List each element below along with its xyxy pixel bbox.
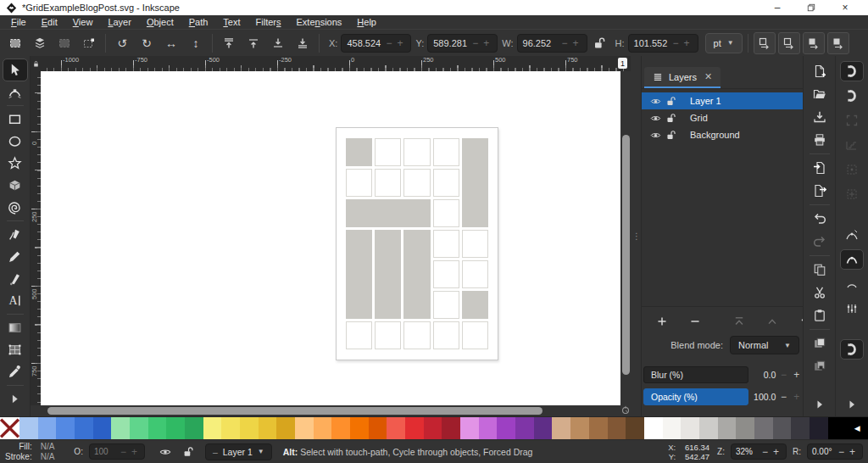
palette-swatch[interactable] xyxy=(259,417,277,439)
x-field[interactable]: 458.524−+ xyxy=(341,34,411,53)
document-new[interactable] xyxy=(809,62,831,81)
redo[interactable] xyxy=(809,232,831,251)
h-field[interactable]: 101.552−+ xyxy=(628,34,698,53)
grid-cell-filled[interactable] xyxy=(375,230,401,319)
palette-swatch[interactable] xyxy=(810,417,828,439)
page[interactable] xyxy=(336,127,498,360)
snap-bounding-box[interactable] xyxy=(841,86,863,105)
palette-swatch[interactable] xyxy=(331,417,350,439)
snap-bbox-corners[interactable] xyxy=(841,111,863,130)
menu-view[interactable]: View xyxy=(65,15,101,29)
palette-swatch[interactable] xyxy=(185,417,203,439)
palette-swatch[interactable] xyxy=(663,417,682,439)
palette-swatch[interactable] xyxy=(75,417,93,439)
y-decrement[interactable]: − xyxy=(470,37,481,49)
select-all-layers[interactable] xyxy=(29,32,51,54)
w-decrement[interactable]: − xyxy=(559,37,570,49)
grid-cell[interactable] xyxy=(462,230,488,258)
rotate-cw-button[interactable]: + xyxy=(847,446,858,458)
snap-bbox-centers[interactable] xyxy=(841,160,863,179)
tweak[interactable] xyxy=(3,224,27,245)
palette-swatch[interactable] xyxy=(369,417,387,439)
grid-cell[interactable] xyxy=(462,260,488,288)
paste[interactable] xyxy=(809,306,831,325)
palette-swatch[interactable] xyxy=(791,417,810,439)
w-increment[interactable]: + xyxy=(570,37,581,49)
zoom-out-button[interactable]: − xyxy=(760,446,771,458)
menu-help[interactable]: Help xyxy=(349,15,384,29)
object-opacity-field[interactable]: 100 − + xyxy=(89,443,145,460)
close-button[interactable]: × xyxy=(828,0,862,15)
palette-swatch[interactable] xyxy=(93,417,112,439)
x-increment[interactable]: + xyxy=(394,37,405,49)
grid-cell-filled[interactable] xyxy=(403,230,430,319)
grid-cell[interactable] xyxy=(346,321,372,349)
export[interactable] xyxy=(809,181,831,200)
document-print[interactable] xyxy=(809,131,831,149)
cut[interactable] xyxy=(809,283,831,302)
palette-swatch[interactable] xyxy=(515,417,534,439)
eye-icon[interactable] xyxy=(648,130,663,141)
palette-swatch[interactable] xyxy=(350,417,369,439)
move-gradients[interactable] xyxy=(754,32,776,54)
h-increment[interactable]: + xyxy=(682,37,693,49)
menu-object[interactable]: Object xyxy=(139,15,181,29)
lock-open-icon[interactable] xyxy=(663,96,678,107)
canvas[interactable] xyxy=(41,71,620,405)
menu-edit[interactable]: Edit xyxy=(34,15,65,29)
fill-stroke-indicator[interactable]: Fill: N/A Stroke: N/A xyxy=(5,442,54,462)
grid-cell-filled[interactable] xyxy=(462,291,488,319)
rotate-ccw[interactable]: ↺ xyxy=(111,32,133,54)
rotate-ccw-button[interactable]: − xyxy=(836,446,847,458)
flip-vertical[interactable]: ↕ xyxy=(185,32,207,54)
mesh-gradient[interactable] xyxy=(3,339,27,360)
palette-swatch[interactable] xyxy=(552,417,570,439)
palette-swatch[interactable] xyxy=(56,417,75,439)
unit-dropdown[interactable]: pt▼ xyxy=(705,33,743,53)
horizontal-scrollbar-thumb[interactable] xyxy=(47,407,542,415)
palette-swatch[interactable] xyxy=(424,417,442,439)
current-layer-dropdown[interactable]: – Layer 1 ▼ xyxy=(205,443,272,460)
more-snap-options[interactable] xyxy=(841,395,863,414)
palette-swatch[interactable] xyxy=(570,417,589,439)
close-tab-icon[interactable]: ✕ xyxy=(704,71,712,82)
select-all[interactable] xyxy=(4,32,26,54)
grid-cell[interactable] xyxy=(375,321,401,349)
raise-layer[interactable] xyxy=(761,312,783,331)
selection-box[interactable] xyxy=(78,32,100,54)
lock-ratio-icon[interactable] xyxy=(593,36,606,50)
palette-swatch[interactable] xyxy=(38,417,57,439)
grid-cell[interactable] xyxy=(346,169,372,197)
palette-swatch[interactable] xyxy=(295,417,314,439)
eye-icon[interactable] xyxy=(648,96,663,107)
eye-icon[interactable] xyxy=(648,113,663,124)
y-field[interactable]: 589.281−+ xyxy=(427,34,498,53)
grid-cell-filled[interactable] xyxy=(346,230,372,319)
palette-swatch[interactable] xyxy=(828,417,847,439)
snap-enabled[interactable] xyxy=(841,62,863,81)
grid-cell[interactable] xyxy=(433,291,459,319)
opacity-slider[interactable]: Opacity (%) xyxy=(643,388,748,405)
node-editor[interactable] xyxy=(3,81,27,103)
grid-cell[interactable] xyxy=(403,321,430,349)
opacity-decrement[interactable]: − xyxy=(778,391,788,403)
vertical-scrollbar-thumb[interactable] xyxy=(622,135,630,375)
layer-visibility-icon[interactable] xyxy=(159,446,171,458)
box-3d[interactable] xyxy=(3,175,27,196)
vertical-ruler[interactable]: 0250500750 xyxy=(31,71,41,405)
flip-horizontal[interactable]: ↔ xyxy=(160,32,182,54)
raise-to-top[interactable] xyxy=(218,32,240,54)
palette-swatch[interactable] xyxy=(314,417,332,439)
y-increment[interactable]: + xyxy=(481,37,492,49)
rectangle[interactable] xyxy=(3,109,27,130)
palette-no-color-swatch[interactable] xyxy=(0,417,19,439)
snap-others[interactable] xyxy=(841,340,863,359)
h-decrement[interactable]: − xyxy=(670,37,682,49)
menu-path[interactable]: Path xyxy=(181,15,216,29)
raise-layer-to-top[interactable] xyxy=(728,312,750,331)
move-clips[interactable] xyxy=(827,32,849,54)
opacity-increment[interactable]: + xyxy=(792,391,802,403)
menu-file[interactable]: File xyxy=(3,15,34,29)
spiral[interactable] xyxy=(3,197,27,218)
palette-swatch[interactable] xyxy=(203,417,222,439)
